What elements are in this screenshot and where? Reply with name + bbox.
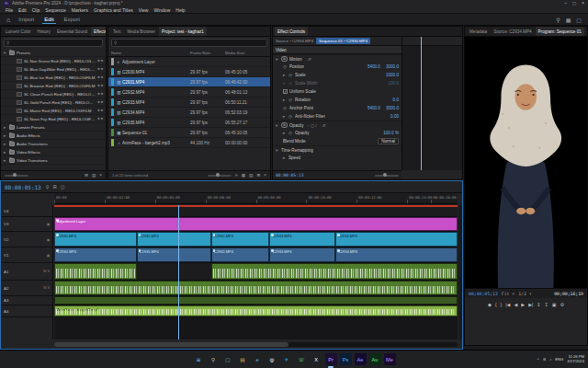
timeline-clip[interactable]	[54, 281, 458, 295]
track-header[interactable]: V2 ◉	[1, 232, 52, 247]
mini-timeline-playhead[interactable]	[421, 37, 422, 170]
taskbar-app-icon[interactable]: ✈	[281, 353, 293, 365]
taskbar-app-icon[interactable]: ⚲	[208, 353, 220, 365]
program-current-timecode[interactable]: 00;00;05;13	[469, 292, 498, 296]
effect-control-row[interactable]: fx Blend Mode Normal	[273, 137, 401, 145]
reset-icon[interactable]: ↺	[322, 123, 326, 128]
taskbar-app-icon[interactable]: ⊞	[193, 353, 205, 365]
timeline-toolbar-icon[interactable]: ⊞	[52, 184, 56, 190]
transport-button[interactable]: ◀	[514, 302, 517, 307]
effect-control-row[interactable]: ▸ fx ◷ Anti-flicker Filter 0.00	[273, 112, 401, 121]
taskbar-app-icon[interactable]: e	[252, 353, 264, 365]
window-control-button[interactable]: ▢	[572, 1, 576, 6]
timeline-clip[interactable]	[54, 296, 458, 305]
effect-control-row[interactable]: fx ✓ Uniform Scale	[273, 87, 401, 96]
track-toggle-icons[interactable]: ◉	[47, 237, 50, 242]
project-search[interactable]: ⚲	[111, 39, 267, 47]
timeline-tracks-area[interactable]: Adjustment Layer C2930.MP4 C2931.MP4 C29…	[54, 205, 458, 339]
twirl-arrow-icon[interactable]: ▸	[283, 155, 287, 160]
workspace-tab[interactable]: Export	[62, 16, 82, 24]
panel-tab[interactable]: Effects	[91, 27, 106, 36]
taskbar-app-icon[interactable]: Ae	[355, 353, 367, 365]
media-row[interactable]: ▥ C2933.MP4 29.97 fps 06:50:11:21	[108, 98, 270, 108]
project-toolbar-icon[interactable]: ×	[264, 173, 266, 178]
twirl-arrow-icon[interactable]: ▾	[276, 148, 279, 153]
sequence-clip-chip[interactable]: Sequence 01 • C2930.MP4	[316, 38, 370, 44]
effect-item[interactable]: ▸ Audio Effects	[1, 132, 106, 140]
track-toggle-icons[interactable]: ◉	[47, 253, 50, 258]
panel-tab[interactable]: Project: test - kaghaz1	[159, 27, 207, 36]
workspace-toolbar-icon[interactable]: ⚲	[556, 17, 560, 23]
twirl-arrow-icon[interactable]: ▸	[283, 98, 287, 102]
media-row[interactable]: ▥ C2932.MP4 29.97 fps 06:48:01:13	[108, 87, 270, 98]
workspace-toolbar-icon[interactable]: ▦	[566, 17, 571, 23]
workspace-toolbar-icon[interactable]: ▢	[576, 17, 582, 23]
media-row[interactable]: ◐ Adjustment Layer	[108, 57, 270, 67]
toggle-animation-icon[interactable]: ◷	[283, 106, 288, 110]
menu-item[interactable]: Markers	[72, 7, 88, 13]
timeline-clip[interactable]: C2930.MP4	[54, 232, 137, 247]
label-color-chip[interactable]	[111, 88, 114, 96]
fx-badge-icon[interactable]: fx	[281, 122, 288, 128]
project-search-input[interactable]	[119, 40, 265, 45]
effect-item[interactable]: ▸ Lumetri Presets	[1, 123, 106, 132]
transport-button[interactable]: }	[501, 302, 503, 307]
effect-item[interactable]: SL Noon Fuji Red (RED) - REDLOGFILM ■ ■	[1, 115, 106, 123]
property-value[interactable]: 1000.0	[386, 73, 399, 77]
taskbar-app-icon[interactable]: X	[311, 353, 322, 365]
property-value[interactable]: 5400.0	[368, 106, 380, 110]
transport-button[interactable]: ↥	[537, 302, 540, 307]
transport-button[interactable]: |◀	[505, 302, 510, 307]
timeline-horizontal-scrollbar[interactable]	[54, 342, 458, 347]
track-header[interactable]: A3	[1, 296, 52, 305]
media-row[interactable]: ▥ C2935.MP4 29.97 fps 06:55:27:17	[108, 118, 270, 128]
playhead[interactable]	[178, 205, 179, 339]
timeline-clip[interactable]: C2933.MP4	[269, 247, 335, 262]
effect-control-row[interactable]: fx ◷ Anchor Point 5400.0 3000.0	[273, 104, 401, 112]
property-value[interactable]: 5400.0	[368, 64, 380, 69]
effects-zoom-slider[interactable]	[5, 175, 28, 177]
menu-item[interactable]: Help	[175, 7, 185, 13]
taskbar-app-icon[interactable]: Ps	[340, 353, 352, 365]
timeline-clip[interactable]: C2931.MP4	[137, 247, 211, 262]
program-viewer[interactable]	[465, 37, 587, 288]
property-value-y[interactable]: 3000.0	[386, 106, 399, 110]
transport-button[interactable]: ⚙	[560, 302, 563, 307]
network-icon[interactable]: ≋	[543, 357, 547, 362]
blend-mode-select[interactable]: Normal	[378, 138, 399, 144]
expand-arrow-icon[interactable]: ▸	[4, 142, 7, 146]
timeline-clip[interactable]: C2931.MP4	[137, 232, 211, 247]
media-row[interactable]: ▥ C2934.MP4 29.97 fps 06:52:03:19	[108, 108, 270, 118]
window-control-button[interactable]: ×	[582, 1, 584, 6]
panel-tab[interactable]: Lumetri Color	[3, 27, 34, 36]
track-toggle-icons[interactable]: ◉	[47, 222, 50, 226]
property-value[interactable]: 0.00	[390, 114, 399, 119]
effect-item[interactable]: SL Brownie Red (RED) - REDLOGFILM ■ ■	[1, 82, 106, 90]
project-toolbar-icon[interactable]: ▤	[249, 173, 253, 178]
timeline-current-timecode[interactable]: 00:00:05:13	[5, 184, 41, 190]
timeline-ruler[interactable]: 00:0000:00:02:0000:00:04:0000:00:06:0000…	[54, 193, 458, 204]
timeline-clip[interactable]: C2932.MP4	[211, 247, 270, 262]
effect-item[interactable]: SL Blue Ice Red (RED) - REDLOGFILM ■ ■	[1, 74, 106, 82]
effect-controls-mini-timeline[interactable]	[401, 37, 462, 170]
fx-badge-icon[interactable]: fx	[281, 56, 288, 62]
track-toggle-icons[interactable]: M S	[43, 286, 50, 290]
timeline-clip[interactable]: Adjustment Layer	[54, 217, 458, 231]
twirl-arrow-icon[interactable]: ▾	[276, 57, 279, 62]
label-color-chip[interactable]	[111, 139, 114, 146]
toggle-animation-icon[interactable]: ◷	[288, 114, 293, 119]
expand-arrow-icon[interactable]: ▸	[4, 158, 7, 163]
panel-tab[interactable]: Effect Controls	[275, 27, 308, 36]
effect-item[interactable]: SL Blue Day4Nite Red (RED) - REDLOGFILM …	[1, 65, 106, 74]
label-color-chip[interactable]	[111, 109, 114, 116]
label-color-chip[interactable]	[111, 119, 114, 126]
effect-control-row[interactable]: ▸ fx ◷ Rotation 0.0	[273, 96, 401, 104]
media-row[interactable]: ▥ C2930.MP4 29.97 fps 06:45:10:05	[108, 67, 270, 77]
menu-item[interactable]: View	[139, 7, 149, 13]
project-column-headers[interactable]: Name Frame Rate Media Start	[108, 49, 270, 57]
taskbar-app-icon[interactable]: Au	[369, 353, 381, 365]
twirl-arrow-icon[interactable]: ▾	[276, 123, 279, 128]
transport-button[interactable]: ▣	[552, 302, 557, 307]
home-icon[interactable]: ⌂	[6, 17, 10, 23]
panel-tab[interactable]: Metadata	[467, 27, 490, 36]
